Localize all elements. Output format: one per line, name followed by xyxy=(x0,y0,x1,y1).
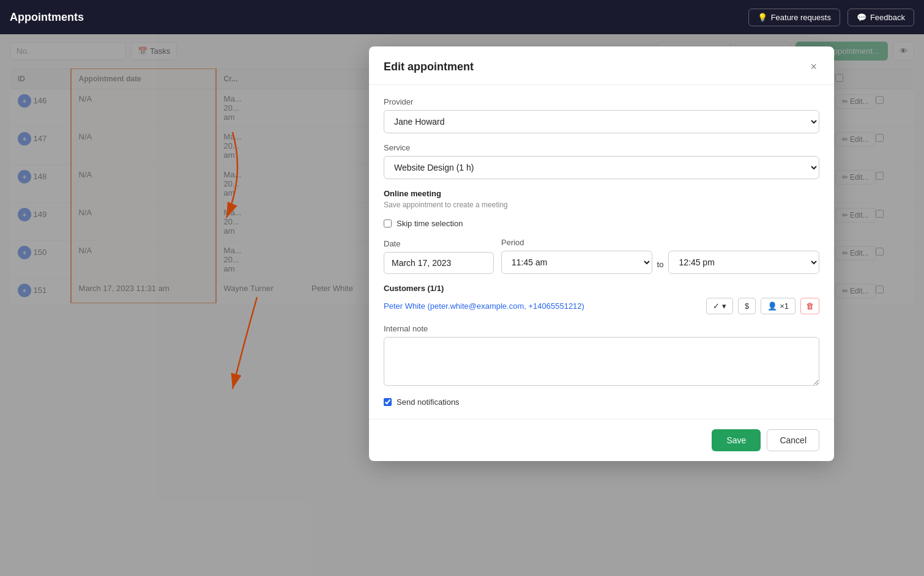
period-label: Period xyxy=(501,238,819,247)
send-notifications-label: Send notifications xyxy=(397,397,460,407)
top-bar-actions: 💡 Feature requests 💬 Feedback xyxy=(748,9,914,26)
dollar-icon: $ xyxy=(745,301,749,311)
feedback-button[interactable]: 💬 Feedback xyxy=(848,9,914,26)
cancel-button[interactable]: Cancel xyxy=(767,429,819,451)
count-label: ×1 xyxy=(780,301,789,311)
check-icon: ✓ xyxy=(713,301,720,311)
skip-time-checkbox[interactable] xyxy=(384,220,392,227)
trash-icon: 🗑 xyxy=(806,301,814,311)
period-to-text: to xyxy=(657,260,664,269)
period-start-select[interactable]: 11:45 am xyxy=(501,251,652,274)
service-label: Service xyxy=(384,143,819,152)
feature-requests-button[interactable]: 💡 Feature requests xyxy=(748,9,840,26)
notifications-row: Send notifications xyxy=(384,397,819,407)
lightbulb-icon: 💡 xyxy=(758,13,767,22)
provider-group: Provider Jane Howard xyxy=(384,97,819,133)
customer-check-button[interactable]: ✓ ▾ xyxy=(706,298,733,314)
modal-body: Provider Jane Howard Service Website Des… xyxy=(369,85,834,419)
online-meeting-group: Online meeting Save appointment to creat… xyxy=(384,189,819,209)
date-period-row: Date Period 11:45 am to 12:45 pm xyxy=(384,238,819,274)
date-field: Date xyxy=(384,239,494,274)
internal-note-textarea[interactable] xyxy=(384,337,819,386)
provider-label: Provider xyxy=(384,97,819,106)
app-title: Appointments xyxy=(10,11,84,24)
customer-count-button[interactable]: 👤 ×1 xyxy=(761,298,795,314)
modal-footer: Save Cancel xyxy=(369,419,834,461)
date-input[interactable] xyxy=(384,252,494,274)
customers-label: Customers (1/1) xyxy=(384,284,819,293)
top-bar: Appointments 💡 Feature requests 💬 Feedba… xyxy=(0,0,924,34)
customer-link[interactable]: Peter White (peter.white@example.com, +1… xyxy=(384,301,701,311)
modal-title: Edit appointment xyxy=(384,61,474,73)
service-select[interactable]: Website Design (1 h) xyxy=(384,156,819,179)
customers-group: Customers (1/1) Peter White (peter.white… xyxy=(384,284,819,314)
online-meeting-hint: Save appointment to create a meeting xyxy=(384,201,819,209)
customer-dollar-button[interactable]: $ xyxy=(738,298,756,314)
online-meeting-title: Online meeting xyxy=(384,189,819,198)
save-button[interactable]: Save xyxy=(712,429,761,451)
internal-note-group: Internal note xyxy=(384,324,819,388)
skip-time-label: Skip time selection xyxy=(397,219,463,228)
customer-row: Peter White (peter.white@example.com, +1… xyxy=(384,298,819,314)
skip-time-row: Skip time selection xyxy=(384,219,819,228)
person-icon: 👤 xyxy=(767,301,777,311)
period-field: Period 11:45 am to 12:45 pm xyxy=(501,238,819,274)
period-end-select[interactable]: 12:45 pm xyxy=(668,251,819,274)
customer-delete-button[interactable]: 🗑 xyxy=(800,298,819,314)
date-label: Date xyxy=(384,239,494,248)
provider-select[interactable]: Jane Howard xyxy=(384,110,819,133)
period-group: 11:45 am to 12:45 pm xyxy=(501,251,819,274)
chevron-down-icon: ▾ xyxy=(722,301,726,311)
service-group: Service Website Design (1 h) xyxy=(384,143,819,179)
modal-close-button[interactable]: × xyxy=(808,59,819,75)
send-notifications-checkbox[interactable] xyxy=(384,398,392,406)
internal-note-label: Internal note xyxy=(384,324,819,333)
modal-header: Edit appointment × xyxy=(369,46,834,85)
edit-appointment-modal: Edit appointment × Provider Jane Howard … xyxy=(369,46,834,461)
chat-icon: 💬 xyxy=(857,13,866,22)
main-area: 📅 Tasks Service All sta... + New appoint… xyxy=(0,34,924,576)
